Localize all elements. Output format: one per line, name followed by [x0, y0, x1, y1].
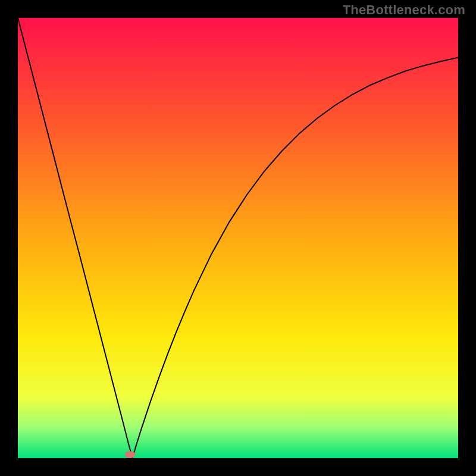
plot-area: [18, 18, 458, 458]
watermark-label: TheBottleneck.com: [343, 2, 465, 18]
gradient-background: [18, 18, 458, 458]
chart-frame: TheBottleneck.com: [0, 0, 476, 476]
chart-svg: [18, 18, 458, 458]
vertex-marker: [125, 451, 136, 458]
